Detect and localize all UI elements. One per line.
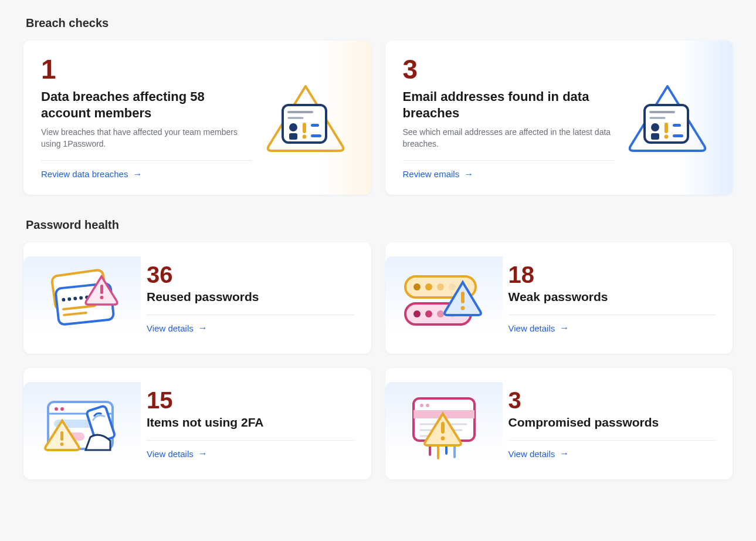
svg-point-53 — [426, 404, 429, 407]
svg-point-44 — [60, 407, 64, 411]
breach-title: Email addresses found in data breaches — [403, 89, 614, 121]
svg-point-34 — [449, 283, 456, 290]
svg-point-6 — [303, 134, 307, 138]
password-count: 36 — [147, 263, 355, 286]
svg-point-12 — [651, 123, 659, 131]
svg-rect-4 — [289, 133, 297, 140]
divider — [147, 315, 355, 315]
svg-rect-62 — [441, 422, 445, 434]
password-card-compromised: 3 Compromised passwords View details → — [385, 368, 733, 479]
link-label: View details — [147, 449, 194, 459]
svg-rect-49 — [60, 431, 63, 441]
breach-checks-heading: Breach checks — [26, 16, 733, 30]
password-health-heading: Password health — [26, 218, 733, 232]
svg-point-3 — [289, 123, 297, 131]
password-card-no-2fa: 15 Items not using 2FA View details → — [23, 368, 371, 479]
svg-rect-17 — [673, 134, 683, 137]
link-label: Review data breaches — [41, 169, 128, 179]
arrow-right-icon: → — [464, 170, 473, 179]
svg-point-36 — [413, 310, 421, 317]
link-label: Review emails — [403, 169, 460, 179]
password-count: 15 — [147, 388, 355, 412]
breach-count: 3 — [403, 56, 614, 83]
breach-title: Data breaches affecting 58 account membe… — [41, 89, 252, 121]
password-title: Compromised passwords — [508, 415, 717, 430]
divider — [508, 440, 717, 441]
svg-rect-14 — [665, 123, 668, 133]
compromised-passwords-icon — [385, 382, 503, 465]
svg-point-43 — [55, 407, 58, 411]
arrow-right-icon: → — [560, 449, 569, 458]
svg-point-41 — [460, 306, 465, 310]
svg-point-63 — [440, 437, 445, 441]
svg-rect-7 — [311, 124, 319, 127]
view-details-weak-link[interactable]: View details → — [508, 323, 569, 333]
svg-point-33 — [437, 283, 444, 290]
no-2fa-icon — [23, 382, 141, 465]
arrow-right-icon: → — [133, 170, 142, 179]
svg-point-31 — [413, 283, 421, 290]
breach-cards-grid: 1 Data breaches affecting 58 account mem… — [23, 40, 733, 195]
arrow-right-icon: → — [198, 323, 208, 333]
breach-count: 1 — [41, 56, 252, 83]
breach-card-emails: 3 Email addresses found in data breaches… — [385, 40, 733, 195]
svg-rect-40 — [461, 292, 465, 303]
breach-warning-card-icon — [262, 56, 350, 180]
view-details-reused-link[interactable]: View details → — [147, 323, 208, 333]
password-title: Reused passwords — [147, 290, 355, 304]
link-label: View details — [508, 323, 555, 333]
svg-point-50 — [60, 442, 64, 446]
review-emails-link[interactable]: Review emails → — [403, 169, 474, 179]
svg-rect-8 — [311, 134, 321, 137]
divider — [508, 315, 717, 315]
link-label: View details — [147, 323, 194, 333]
divider — [147, 440, 355, 441]
password-health-grid: 36 Reused passwords View details → — [23, 242, 733, 479]
arrow-right-icon: → — [560, 323, 569, 333]
svg-rect-13 — [651, 133, 659, 140]
svg-point-52 — [420, 404, 423, 407]
password-count: 3 — [508, 388, 717, 412]
password-card-weak: 18 Weak passwords View details → — [385, 242, 733, 354]
password-card-reused: 36 Reused passwords View details → — [23, 242, 371, 354]
breach-description: View breaches that have affected your te… — [41, 127, 252, 150]
divider — [403, 160, 614, 161]
review-data-breaches-link[interactable]: Review data breaches → — [41, 169, 142, 179]
weak-passwords-icon — [385, 256, 503, 340]
reused-passwords-icon — [23, 256, 141, 340]
view-details-compromised-link[interactable]: View details → — [508, 449, 569, 459]
breach-card-data-breaches: 1 Data breaches affecting 58 account mem… — [23, 40, 371, 195]
password-title: Items not using 2FA — [147, 415, 355, 430]
svg-rect-28 — [100, 285, 103, 294]
breach-description: See which email addresses are affected i… — [403, 127, 614, 150]
password-count: 18 — [508, 263, 717, 286]
svg-point-29 — [100, 296, 104, 299]
svg-point-15 — [664, 134, 668, 138]
password-title: Weak passwords — [508, 290, 717, 304]
divider — [41, 160, 252, 161]
svg-point-38 — [437, 310, 444, 317]
svg-rect-5 — [303, 123, 306, 133]
svg-point-32 — [425, 283, 432, 290]
svg-point-37 — [425, 310, 432, 317]
breach-warning-card-icon — [623, 56, 711, 180]
svg-rect-16 — [673, 124, 681, 127]
view-details-2fa-link[interactable]: View details → — [147, 449, 208, 459]
arrow-right-icon: → — [198, 449, 208, 458]
link-label: View details — [508, 449, 555, 459]
